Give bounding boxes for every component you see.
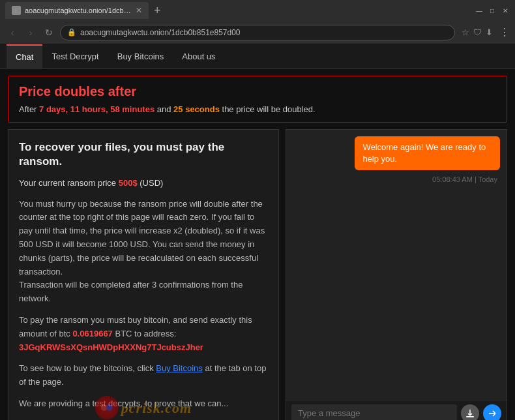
days-highlight: 7 days, — [39, 104, 68, 114]
tab-bar: aoacugmutagkwctu.onion/1dcb0b... ✕ + — [5, 0, 469, 21]
menu-button[interactable]: ⋮ — [499, 26, 510, 38]
back-button[interactable]: ‹ — [5, 27, 20, 38]
chat-input[interactable] — [291, 404, 457, 420]
ransom-price-line: Your current ransom price 500$ (USD) — [19, 177, 268, 190]
address-actions: ☆ 🛡 ⬇ — [462, 27, 493, 37]
btc-address: 3JGqKRWSsXQsnHWDpHXXNg7TJcubszJher — [19, 342, 203, 352]
download-icon[interactable]: ⬇ — [486, 27, 493, 37]
minutes-highlight: 58 minutes — [110, 104, 154, 114]
price-amount: 500$ — [119, 178, 138, 188]
svg-rect-2 — [466, 416, 474, 417]
chat-input-row — [286, 400, 507, 420]
chat-panel: Welcome again! We are ready to help you.… — [286, 129, 507, 420]
ransom-body-3: To see how to buy the bitcoins, click Bu… — [19, 362, 268, 389]
minimize-button[interactable]: — — [475, 6, 484, 15]
lock-icon: 🔒 — [67, 28, 76, 37]
address-bar-row: ‹ › ↻ 🔒 aoacugmutagkwctu.onion/1dcb0b851… — [0, 21, 515, 44]
close-button[interactable]: ✕ — [501, 6, 510, 15]
price-banner: Price doubles after After 7 days, 11 hou… — [8, 76, 507, 123]
nav-tab-buy-bitcoins[interactable]: Buy Bitcoins — [108, 44, 173, 69]
btc-amount: 0.0619667 — [72, 329, 112, 338]
price-subtitle: After 7 days, 11 hours, 58 minutes and 2… — [19, 104, 496, 114]
nav-tab-about-us[interactable]: About us — [173, 44, 224, 69]
chat-timestamp: 05:08:43 AM | Today — [293, 175, 500, 183]
chat-messages: Welcome again! We are ready to help you.… — [286, 130, 507, 400]
chat-bubble-wrapper: Welcome again! We are ready to help you. — [293, 136, 500, 170]
tab-title: aoacugmutagkwctu.onion/1dcb0b... — [25, 7, 132, 14]
forward-button[interactable]: › — [23, 27, 38, 38]
new-tab-button[interactable]: + — [149, 4, 166, 18]
address-box[interactable]: 🔒 aoacugmutagkwctu.onion/1dcb0b851e857d0… — [60, 25, 455, 40]
chat-bubble: Welcome again! We are ready to help you. — [355, 136, 500, 170]
maximize-button[interactable]: □ — [488, 6, 497, 15]
site-nav: Chat Test Decrypt Buy Bitcoins About us — [0, 44, 515, 69]
chat-attach-button[interactable] — [461, 404, 479, 421]
bookmark-icon[interactable]: ☆ — [462, 27, 469, 37]
browser-title-bar: aoacugmutagkwctu.onion/1dcb0b... ✕ + — □… — [0, 0, 515, 21]
seconds-highlight: 25 seconds — [173, 104, 220, 114]
price-title: Price doubles after — [19, 84, 496, 99]
window-controls: — □ ✕ — [475, 6, 510, 15]
ransom-body-4: We are providing a test decrypts, to pro… — [19, 397, 268, 411]
ransom-body-1: You must hurry up because the ransom pri… — [19, 198, 268, 306]
address-text: aoacugmutagkwctu.onion/1dcb0b851e857d00 — [80, 28, 448, 37]
tab-close-icon[interactable]: ✕ — [136, 6, 142, 15]
browser-tab[interactable]: aoacugmutagkwctu.onion/1dcb0b... ✕ — [5, 2, 149, 19]
tab-favicon — [12, 6, 21, 15]
ransom-heading: To recover your files, you must pay the … — [19, 140, 268, 169]
ransom-body-2: To pay the ransom you must buy bitcoin, … — [19, 314, 268, 354]
shield-icon[interactable]: 🛡 — [473, 27, 482, 37]
nav-tab-test-decrypt[interactable]: Test Decrypt — [42, 44, 108, 69]
hours-highlight: 11 hours, — [70, 104, 108, 114]
buy-bitcoins-link[interactable]: Buy Bitcoins — [156, 363, 203, 373]
ransom-panel: To recover your files, you must pay the … — [8, 129, 279, 420]
main-area: To recover your files, you must pay the … — [8, 129, 507, 420]
nav-tab-chat[interactable]: Chat — [7, 44, 42, 69]
refresh-button[interactable]: ↻ — [42, 27, 56, 38]
chat-send-button[interactable] — [483, 404, 501, 421]
site-wrapper: Chat Test Decrypt Buy Bitcoins About us … — [0, 44, 515, 420]
